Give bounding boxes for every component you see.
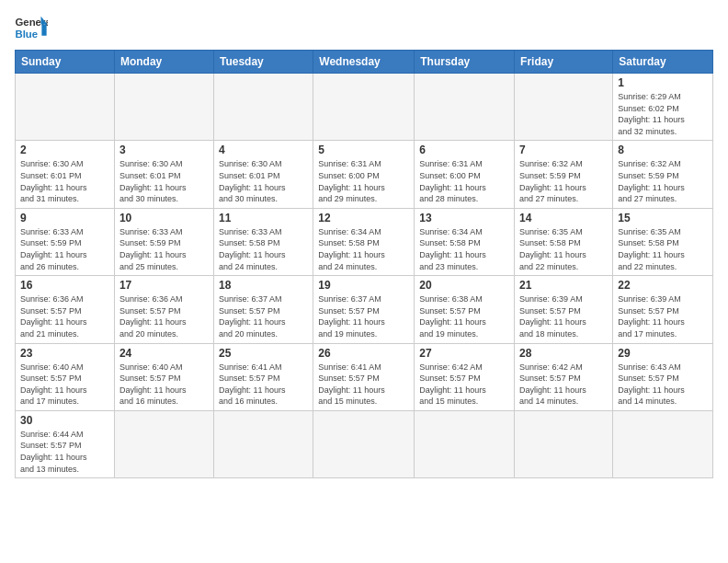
logo: General Blue	[15, 15, 48, 40]
calendar-row-4: 16Sunrise: 6:36 AM Sunset: 5:57 PM Dayli…	[16, 276, 713, 343]
day-number: 23	[20, 347, 109, 360]
calendar-cell	[415, 410, 515, 477]
calendar-cell: 2Sunrise: 6:30 AM Sunset: 6:01 PM Daylig…	[16, 141, 115, 208]
calendar-cell: 16Sunrise: 6:36 AM Sunset: 5:57 PM Dayli…	[16, 276, 115, 343]
day-info: Sunrise: 6:41 AM Sunset: 5:57 PM Dayligh…	[318, 362, 409, 408]
calendar-cell: 24Sunrise: 6:40 AM Sunset: 5:57 PM Dayli…	[114, 343, 213, 410]
calendar-cell: 17Sunrise: 6:36 AM Sunset: 5:57 PM Dayli…	[114, 276, 213, 343]
header-monday: Monday	[114, 51, 213, 74]
calendar-cell	[415, 74, 515, 141]
header-wednesday: Wednesday	[313, 51, 415, 74]
day-info: Sunrise: 6:30 AM Sunset: 6:01 PM Dayligh…	[119, 158, 209, 204]
day-number: 1	[618, 76, 708, 89]
day-info: Sunrise: 6:44 AM Sunset: 5:57 PM Dayligh…	[20, 429, 109, 475]
day-info: Sunrise: 6:43 AM Sunset: 5:57 PM Dayligh…	[618, 362, 708, 408]
day-info: Sunrise: 6:33 AM Sunset: 5:59 PM Dayligh…	[119, 226, 209, 272]
calendar-cell: 5Sunrise: 6:31 AM Sunset: 6:00 PM Daylig…	[313, 141, 415, 208]
calendar-cell: 27Sunrise: 6:42 AM Sunset: 5:57 PM Dayli…	[415, 343, 515, 410]
day-number: 4	[219, 144, 308, 156]
calendar-cell: 10Sunrise: 6:33 AM Sunset: 5:59 PM Dayli…	[114, 208, 213, 275]
header-thursday: Thursday	[415, 51, 515, 74]
logo-icon: General Blue	[15, 15, 48, 40]
calendar-cell: 28Sunrise: 6:42 AM Sunset: 5:57 PM Dayli…	[515, 343, 613, 410]
calendar-cell: 15Sunrise: 6:35 AM Sunset: 5:58 PM Dayli…	[613, 208, 713, 275]
day-number: 9	[20, 212, 109, 224]
day-info: Sunrise: 6:32 AM Sunset: 5:59 PM Dayligh…	[618, 158, 708, 204]
calendar-cell	[515, 410, 613, 477]
calendar-cell	[213, 410, 313, 477]
day-info: Sunrise: 6:38 AM Sunset: 5:57 PM Dayligh…	[419, 293, 509, 339]
day-number: 27	[419, 347, 509, 360]
calendar-cell: 30Sunrise: 6:44 AM Sunset: 5:57 PM Dayli…	[16, 410, 115, 477]
header: General Blue	[15, 15, 713, 40]
day-info: Sunrise: 6:29 AM Sunset: 6:02 PM Dayligh…	[618, 91, 708, 137]
day-info: Sunrise: 6:33 AM Sunset: 5:58 PM Dayligh…	[219, 226, 308, 272]
day-info: Sunrise: 6:31 AM Sunset: 6:00 PM Dayligh…	[419, 158, 509, 204]
calendar-cell	[313, 410, 415, 477]
day-info: Sunrise: 6:34 AM Sunset: 5:58 PM Dayligh…	[318, 226, 409, 272]
calendar-cell	[114, 74, 213, 141]
day-info: Sunrise: 6:30 AM Sunset: 6:01 PM Dayligh…	[20, 158, 109, 204]
calendar-cell: 22Sunrise: 6:39 AM Sunset: 5:57 PM Dayli…	[613, 276, 713, 343]
calendar-row-5: 23Sunrise: 6:40 AM Sunset: 5:57 PM Dayli…	[16, 343, 713, 410]
day-info: Sunrise: 6:34 AM Sunset: 5:58 PM Dayligh…	[419, 226, 509, 272]
day-number: 17	[119, 279, 209, 292]
calendar-cell: 12Sunrise: 6:34 AM Sunset: 5:58 PM Dayli…	[313, 208, 415, 275]
calendar-cell	[515, 74, 613, 141]
calendar-cell	[613, 410, 713, 477]
header-tuesday: Tuesday	[213, 51, 313, 74]
calendar-cell: 6Sunrise: 6:31 AM Sunset: 6:00 PM Daylig…	[415, 141, 515, 208]
calendar-cell: 26Sunrise: 6:41 AM Sunset: 5:57 PM Dayli…	[313, 343, 415, 410]
day-number: 11	[219, 212, 308, 224]
calendar-cell: 18Sunrise: 6:37 AM Sunset: 5:57 PM Dayli…	[213, 276, 313, 343]
calendar-cell	[114, 410, 213, 477]
day-number: 10	[119, 212, 209, 224]
calendar-row-3: 9Sunrise: 6:33 AM Sunset: 5:59 PM Daylig…	[16, 208, 713, 275]
calendar-cell: 14Sunrise: 6:35 AM Sunset: 5:58 PM Dayli…	[515, 208, 613, 275]
day-number: 21	[519, 279, 608, 292]
page: General Blue Sunday Monday Tuesday Wedne…	[0, 0, 728, 563]
day-number: 25	[219, 347, 308, 360]
day-info: Sunrise: 6:41 AM Sunset: 5:57 PM Dayligh…	[219, 362, 308, 408]
day-info: Sunrise: 6:40 AM Sunset: 5:57 PM Dayligh…	[119, 362, 209, 408]
header-saturday: Saturday	[613, 51, 713, 74]
calendar-cell: 3Sunrise: 6:30 AM Sunset: 6:01 PM Daylig…	[114, 141, 213, 208]
calendar-cell: 4Sunrise: 6:30 AM Sunset: 6:01 PM Daylig…	[213, 141, 313, 208]
calendar-cell: 29Sunrise: 6:43 AM Sunset: 5:57 PM Dayli…	[613, 343, 713, 410]
day-info: Sunrise: 6:36 AM Sunset: 5:57 PM Dayligh…	[119, 293, 209, 339]
day-number: 3	[119, 144, 209, 156]
day-info: Sunrise: 6:37 AM Sunset: 5:57 PM Dayligh…	[318, 293, 409, 339]
day-number: 29	[618, 347, 708, 360]
calendar-cell: 13Sunrise: 6:34 AM Sunset: 5:58 PM Dayli…	[415, 208, 515, 275]
day-number: 30	[20, 414, 109, 427]
calendar-cell: 20Sunrise: 6:38 AM Sunset: 5:57 PM Dayli…	[415, 276, 515, 343]
day-number: 14	[519, 212, 608, 224]
calendar-cell	[313, 74, 415, 141]
day-number: 26	[318, 347, 409, 360]
day-info: Sunrise: 6:35 AM Sunset: 5:58 PM Dayligh…	[519, 226, 608, 272]
day-info: Sunrise: 6:39 AM Sunset: 5:57 PM Dayligh…	[519, 293, 608, 339]
day-number: 28	[519, 347, 608, 360]
day-info: Sunrise: 6:32 AM Sunset: 5:59 PM Dayligh…	[519, 158, 608, 204]
day-number: 6	[419, 144, 509, 156]
day-number: 15	[618, 212, 708, 224]
calendar: Sunday Monday Tuesday Wednesday Thursday…	[15, 50, 713, 478]
day-number: 18	[219, 279, 308, 292]
svg-rect-3	[41, 25, 46, 36]
day-number: 12	[318, 212, 409, 224]
calendar-cell: 7Sunrise: 6:32 AM Sunset: 5:59 PM Daylig…	[515, 141, 613, 208]
calendar-row-2: 2Sunrise: 6:30 AM Sunset: 6:01 PM Daylig…	[16, 141, 713, 208]
day-number: 2	[20, 144, 109, 156]
day-number: 24	[119, 347, 209, 360]
calendar-cell	[213, 74, 313, 141]
day-number: 22	[618, 279, 708, 292]
header-friday: Friday	[515, 51, 613, 74]
day-number: 16	[20, 279, 109, 292]
calendar-cell: 25Sunrise: 6:41 AM Sunset: 5:57 PM Dayli…	[213, 343, 313, 410]
day-number: 5	[318, 144, 409, 156]
day-info: Sunrise: 6:37 AM Sunset: 5:57 PM Dayligh…	[219, 293, 308, 339]
day-info: Sunrise: 6:36 AM Sunset: 5:57 PM Dayligh…	[20, 293, 109, 339]
day-info: Sunrise: 6:42 AM Sunset: 5:57 PM Dayligh…	[519, 362, 608, 408]
day-info: Sunrise: 6:30 AM Sunset: 6:01 PM Dayligh…	[219, 158, 308, 204]
calendar-cell: 9Sunrise: 6:33 AM Sunset: 5:59 PM Daylig…	[16, 208, 115, 275]
